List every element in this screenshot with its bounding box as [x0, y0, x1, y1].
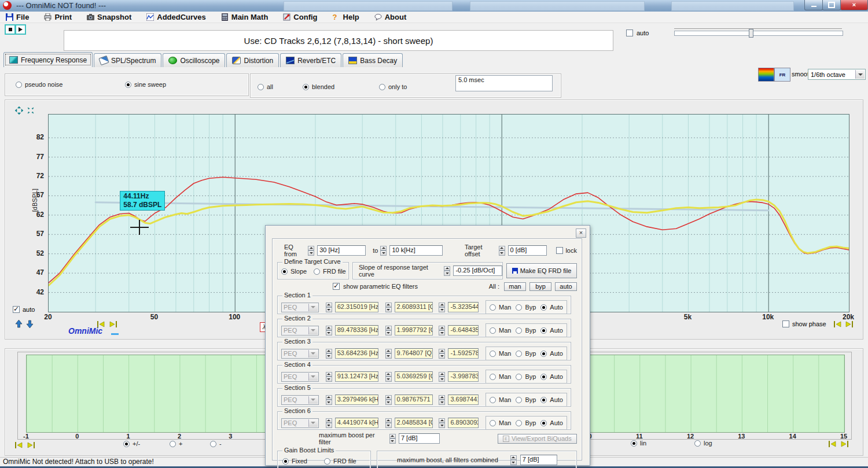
tab-reverb-etc[interactable]: Reverb/ETC — [280, 53, 341, 67]
radio-sine-sweep[interactable]: sine sweep — [125, 81, 166, 88]
eq-to-spinner[interactable] — [380, 246, 387, 256]
radio-blended[interactable]: blended — [303, 83, 334, 90]
radio-man[interactable]: Man — [490, 396, 511, 403]
checkbox-box[interactable] — [626, 30, 633, 36]
radio-byp[interactable]: Byp — [516, 327, 536, 334]
freq-input[interactable]: 62.315019 [Hz] — [335, 302, 378, 312]
chevron-down-icon[interactable] — [855, 70, 865, 79]
rta-display-button[interactable]: FR — [774, 68, 790, 82]
dialog-close-button[interactable]: × — [576, 229, 586, 238]
filter-type-select[interactable]: PEQ — [281, 418, 319, 428]
radio-frd-file[interactable]: FRD file — [314, 268, 346, 275]
freq-spinner[interactable] — [326, 303, 332, 312]
title-bar[interactable]: --- OmniMic NOT found! --- × — [0, 0, 868, 12]
tab-frequency-response[interactable]: Frequency Response — [3, 52, 93, 67]
freq-spinner[interactable] — [326, 395, 332, 405]
radio-slope[interactable]: Slope — [281, 268, 307, 275]
gain-input[interactable]: 6.8903092 [c — [448, 418, 479, 428]
target-offset-spinner[interactable] — [499, 246, 505, 256]
max-boost-filter-spinner[interactable] — [389, 434, 396, 444]
chevron-down-icon[interactable] — [308, 373, 318, 381]
gain-input[interactable]: -5.3235447 [ — [448, 302, 479, 312]
tab-oscilloscope[interactable]: Oscilloscope — [163, 53, 225, 67]
radio-lin[interactable]: lin — [631, 440, 646, 447]
radio-plus[interactable]: + — [170, 440, 182, 447]
menu-file[interactable]: File — [6, 13, 29, 21]
play-transport-button[interactable] — [15, 24, 26, 35]
radio-byp[interactable]: Byp — [516, 373, 536, 380]
menu-mainmath[interactable]: Main Math — [221, 13, 269, 21]
filter-type-select[interactable]: PEQ — [281, 303, 319, 312]
q-input[interactable]: 5.0369259 [Q] — [395, 371, 433, 382]
tab-distortion[interactable]: Distortion — [226, 53, 279, 67]
radio-plusminus[interactable]: +/- — [123, 440, 140, 447]
widen-right-icon[interactable] — [109, 321, 117, 327]
q-spinner[interactable] — [385, 395, 392, 405]
shift-down-icon[interactable] — [26, 320, 34, 328]
menu-snapshot[interactable]: Snapshot — [87, 13, 131, 21]
close-button[interactable]: × — [840, 0, 868, 10]
widen-right-icon[interactable] — [27, 442, 35, 448]
radio-auto[interactable]: Auto — [540, 327, 563, 334]
slope-input[interactable]: -0.25 [dB/Oct] — [453, 266, 502, 276]
gain-input[interactable]: -6.6484358 [ — [448, 325, 479, 336]
target-offset-input[interactable]: 0 [dB] — [508, 245, 547, 256]
radio-auto[interactable]: Auto — [540, 419, 563, 426]
stop-transport-button[interactable] — [5, 24, 16, 35]
radio-pseudo-noise[interactable]: pseudo noise — [16, 81, 62, 88]
freq-spinner[interactable] — [326, 372, 332, 382]
q-input[interactable]: 9.764807 [Q] — [395, 348, 433, 359]
menu-about[interactable]: About — [374, 13, 407, 21]
radio-auto[interactable]: Auto — [540, 396, 563, 403]
narrow-left-icon[interactable] — [15, 442, 23, 448]
widen-right-icon[interactable] — [845, 321, 853, 327]
freq-spinner[interactable] — [326, 418, 332, 428]
zoom-tool-icon[interactable] — [27, 106, 35, 115]
radio-man[interactable]: Man — [490, 350, 511, 357]
eq-optimizer-dialog[interactable]: × EQ from 30 [Hz] to 10 k[Hz] Target off… — [265, 225, 590, 466]
q-spinner[interactable] — [385, 303, 392, 312]
radio-fixed[interactable]: Fixed — [282, 458, 307, 465]
msec-input[interactable]: 5.0 msec — [455, 75, 553, 91]
filter-type-select[interactable]: PEQ — [281, 395, 319, 405]
freq-input[interactable]: 4.4419074 k[Hz] — [335, 418, 378, 428]
gain-spinner[interactable] — [439, 303, 445, 312]
checkbox-box[interactable] — [13, 306, 20, 313]
freq-spinner[interactable] — [326, 326, 332, 336]
maximize-button[interactable] — [822, 0, 841, 10]
q-spinner[interactable] — [385, 326, 392, 336]
radio-only-to[interactable]: only to — [379, 83, 407, 90]
freq-input[interactable]: 89.478336 [Hz] — [335, 325, 378, 336]
radio-byp[interactable]: Byp — [516, 304, 536, 311]
freq-input[interactable]: 53.684236 [Hz] — [335, 348, 378, 359]
chevron-down-icon[interactable] — [308, 327, 318, 334]
minimize-button[interactable] — [804, 0, 823, 10]
narrow-left-icon[interactable] — [829, 441, 837, 447]
all-auto-button[interactable]: auto — [555, 282, 577, 291]
q-input[interactable]: 1.9987792 [Q — [395, 325, 433, 336]
radio-byp[interactable]: Byp — [516, 350, 536, 357]
q-spinner[interactable] — [385, 349, 392, 359]
filter-type-select[interactable]: PEQ — [281, 372, 319, 382]
max-boost-combined-input[interactable]: 7 [dB] — [520, 455, 557, 465]
chevron-down-icon[interactable] — [308, 396, 318, 404]
smoothing-select[interactable]: 1/6th octave — [808, 69, 866, 80]
eq-from-input[interactable]: 30 [Hz] — [317, 245, 366, 256]
radio-auto[interactable]: Auto — [540, 350, 563, 357]
show-phase-checkbox[interactable]: show phase — [782, 320, 853, 327]
shift-up-icon[interactable] — [15, 320, 23, 328]
all-man-button[interactable]: man — [504, 282, 526, 291]
make-eq-frd-button[interactable]: Make EQ FRD file — [506, 263, 577, 278]
lock-checkbox[interactable] — [556, 247, 563, 254]
view-export-biquads-button[interactable]: E View/Export BiQuads — [498, 434, 577, 444]
gain-spinner[interactable] — [439, 372, 445, 382]
freq-input[interactable]: 3.2979496 k[Hz] — [335, 395, 378, 405]
radio-auto[interactable]: Auto — [540, 373, 563, 380]
widen-right-icon[interactable] — [840, 441, 848, 447]
menu-print[interactable]: Print — [44, 13, 72, 21]
q-input[interactable]: 2.0485834 [Q] — [395, 418, 433, 428]
q-spinner[interactable] — [385, 372, 392, 382]
gain-input[interactable]: -1.5925783 [ — [448, 348, 479, 359]
chevron-down-icon[interactable] — [308, 304, 318, 311]
max-boost-filter-input[interactable]: 7 [dB] — [399, 433, 440, 444]
